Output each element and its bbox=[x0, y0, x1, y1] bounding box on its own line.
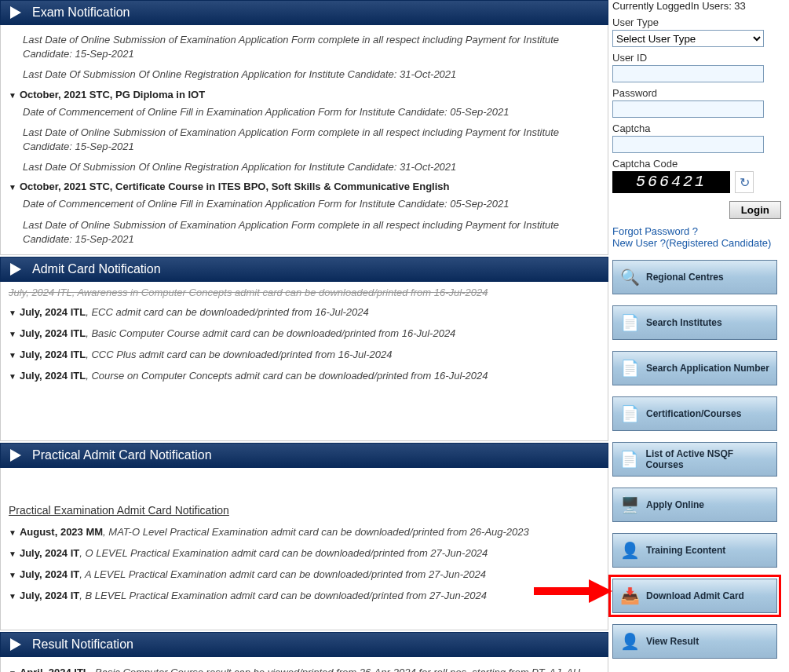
nav-active-nsqf-courses[interactable]: 📄 List of Active NSQF Courses bbox=[612, 442, 777, 477]
user-type-label: User Type bbox=[612, 16, 789, 28]
notice-text: Last Date Of Submission Of Online Regist… bbox=[9, 64, 600, 85]
nav-download-admit-card[interactable]: 📥 Download Admit Card bbox=[612, 579, 777, 613]
notice-text: Date of Commencement of Online Fill in E… bbox=[9, 102, 600, 122]
password-label: Password bbox=[612, 87, 789, 99]
nav-search-institutes[interactable]: 📄 Search Institutes bbox=[612, 305, 777, 340]
arrow-right-icon bbox=[10, 263, 21, 276]
arrow-right-icon bbox=[10, 638, 21, 651]
notice-row[interactable]: July, 2024 ITL, CCC Plus admit card can … bbox=[9, 344, 600, 365]
nav-label: View Result bbox=[646, 636, 699, 647]
notice-row[interactable]: April, 2024 ITL, Basic Computer Course r… bbox=[9, 662, 600, 672]
refresh-captcha-button[interactable]: ↻ bbox=[735, 171, 754, 193]
notice-row[interactable]: July, 2024 ITL, Course on Computer Conce… bbox=[9, 365, 600, 386]
captcha-label: Captcha bbox=[612, 122, 789, 134]
arrow-right-icon bbox=[10, 6, 21, 19]
document-icon: 📄 bbox=[618, 311, 641, 334]
document-icon: 📄 bbox=[618, 356, 641, 380]
notice-text-clipped: July, 2024 ITL, Awareness in Computer Co… bbox=[9, 285, 600, 301]
practical-subheading: Practical Examination Admit Card Notific… bbox=[9, 473, 600, 521]
nav-label: List of Active NSQF Courses bbox=[646, 448, 772, 470]
section-title: Exam Notification bbox=[32, 5, 130, 19]
password-input[interactable] bbox=[612, 100, 764, 118]
notice-text: Last Date of Online Submission of Examin… bbox=[9, 122, 600, 157]
notice-text: Last Date of Online Submission of Examin… bbox=[9, 30, 600, 64]
notice-row[interactable]: July, 2024 ITL, Basic Computer Course ad… bbox=[9, 323, 600, 344]
download-icon: 📥 bbox=[618, 584, 641, 608]
nav-training-econtent[interactable]: 👤 Training Econtent bbox=[612, 533, 777, 568]
notice-heading[interactable]: October, 2021 STC, Certificate Course in… bbox=[9, 177, 600, 194]
nav-label: Search Application Number bbox=[646, 363, 769, 374]
notice-row[interactable]: July, 2024 IT, O LEVEL Practical Examina… bbox=[9, 542, 600, 564]
notice-text: Last Date Of Submission Of Online Regist… bbox=[9, 157, 600, 177]
section-title: Admit Card Notification bbox=[32, 262, 161, 276]
nav-apply-online[interactable]: 🖥️ Apply Online bbox=[612, 488, 777, 522]
nav-search-application-number[interactable]: 📄 Search Application Number bbox=[612, 351, 777, 385]
nav-label: Training Econtent bbox=[646, 545, 725, 556]
practical-admit-body: Practical Examination Admit Card Notific… bbox=[0, 468, 608, 630]
notice-row[interactable]: July, 2024 IT, A LEVEL Practical Examina… bbox=[9, 564, 600, 585]
section-title: Practical Admit Card Notification bbox=[32, 448, 212, 462]
result-body: April, 2024 ITL, Basic Computer Course r… bbox=[0, 657, 608, 672]
admit-card-body: July, 2024 ITL, Awareness in Computer Co… bbox=[0, 282, 608, 441]
logged-in-users: Currently LoggedIn Users: 33 bbox=[612, 0, 789, 12]
exam-notification-body: Last Date of Online Submission of Examin… bbox=[0, 25, 608, 255]
document-icon: 📄 bbox=[618, 447, 641, 471]
monitor-icon: 🖥️ bbox=[618, 493, 641, 517]
user-id-label: User ID bbox=[612, 52, 789, 64]
person-icon: 👤 bbox=[618, 539, 641, 562]
nav-view-result[interactable]: 👤 View Result bbox=[612, 624, 777, 659]
captcha-image: 566421 bbox=[612, 171, 730, 193]
new-user-link[interactable]: New User ?(Registered Candidate) bbox=[612, 237, 789, 249]
forgot-password-link[interactable]: Forgot Password ? bbox=[612, 225, 789, 237]
nav-regional-centres[interactable]: 🔍 Regional Centres bbox=[612, 260, 777, 294]
nav-label: Download Admit Card bbox=[646, 590, 744, 601]
notice-row[interactable]: August, 2023 MM, MAT-O Level Practical E… bbox=[9, 521, 600, 542]
login-button[interactable]: Login bbox=[729, 201, 781, 219]
captcha-input[interactable] bbox=[612, 136, 764, 153]
notice-row[interactable]: July, 2024 IT, B LEVEL Practical Examina… bbox=[9, 585, 600, 606]
nav-label: Apply Online bbox=[646, 499, 704, 510]
document-icon: 📄 bbox=[618, 402, 641, 425]
user-id-input[interactable] bbox=[612, 65, 764, 82]
notice-row[interactable]: July, 2024 ITL, ECC admit card can be do… bbox=[9, 301, 600, 323]
user-type-select[interactable]: Select User Type bbox=[612, 30, 764, 47]
section-title: Result Notification bbox=[32, 637, 133, 651]
practical-admit-header: Practical Admit Card Notification bbox=[0, 443, 608, 468]
nav-label: Certification/Courses bbox=[646, 408, 741, 419]
admit-card-header: Admit Card Notification bbox=[0, 257, 608, 282]
exam-notification-header: Exam Notification bbox=[0, 0, 608, 25]
person-icon: 👤 bbox=[618, 630, 641, 653]
captcha-code-label: Captcha Code bbox=[612, 158, 789, 170]
notice-text: Last Date of Online Submission of Examin… bbox=[9, 215, 600, 250]
notice-text: Date of Commencement of Online Fill in E… bbox=[9, 194, 600, 214]
nav-label: Search Institutes bbox=[646, 317, 722, 328]
magnifier-icon: 🔍 bbox=[618, 265, 641, 289]
result-header: Result Notification bbox=[0, 632, 608, 657]
notice-heading[interactable]: October, 2021 STC, PG Diploma in IOT bbox=[9, 86, 600, 102]
nav-label: Regional Centres bbox=[646, 272, 724, 283]
nav-certification-courses[interactable]: 📄 Certification/Courses bbox=[612, 396, 777, 431]
arrow-right-icon bbox=[10, 449, 21, 462]
